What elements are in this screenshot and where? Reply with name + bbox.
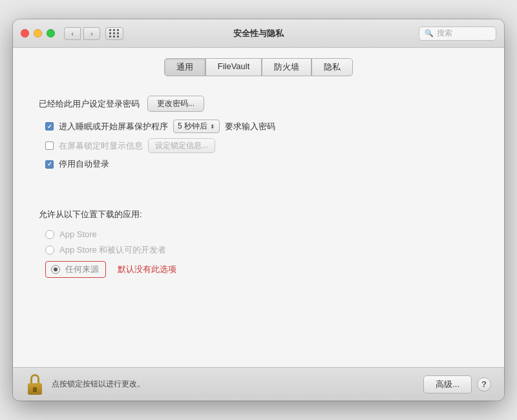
advanced-button[interactable]: 高级... — [423, 375, 472, 394]
dropdown-arrow-icon: ⬍ — [210, 123, 215, 130]
lock-info-checkbox-row: 在屏幕锁定时显示信息 设定锁定信息... — [45, 138, 478, 153]
radio-anywhere-label: 任何来源 — [65, 264, 99, 275]
password-label: 已经给此用户设定登录密码 — [39, 98, 140, 110]
lock-text: 点按锁定按钮以进行更改。 — [52, 379, 416, 390]
lock-info-checkbox[interactable] — [45, 142, 54, 150]
change-password-button[interactable]: 更改密码... — [147, 96, 204, 112]
tabs-container: 通用 FileVault 防火墙 隐私 — [13, 48, 504, 83]
bottom-bar: 点按锁定按钮以进行更改。 高级... ? — [13, 367, 504, 401]
radio-app-store[interactable] — [45, 230, 54, 239]
maximize-button[interactable] — [47, 29, 55, 37]
anywhere-notice: 默认没有此选项 — [118, 264, 176, 275]
lock-info-label: 在屏幕锁定时显示信息 — [59, 140, 143, 152]
minimize-button[interactable] — [34, 29, 42, 37]
lock-body — [28, 383, 42, 395]
tab-firewall[interactable]: 防火墙 — [262, 58, 311, 76]
lock-shackle — [30, 374, 39, 383]
bottom-buttons: 高级... ? — [423, 375, 491, 394]
set-lock-button[interactable]: 设定锁定信息... — [148, 138, 215, 153]
traffic-lights — [21, 29, 55, 37]
sleep-label-before: 进入睡眠或开始屏幕保护程序 — [59, 121, 168, 132]
radio-app-store-label: App Store — [59, 229, 97, 239]
auto-login-checkbox[interactable] — [45, 160, 54, 169]
radio-app-store-dev[interactable] — [45, 246, 54, 255]
auto-login-label: 停用自动登录 — [59, 158, 109, 170]
grid-icon — [109, 29, 120, 37]
tab-general[interactable]: 通用 — [164, 58, 206, 76]
password-section: 已经给此用户设定登录密码 更改密码... 进入睡眠或开始屏幕保护程序 5 秒钟后… — [39, 96, 478, 170]
radio-app-store-dev-label: App Store 和被认可的开发者 — [59, 244, 166, 256]
sleep-checkbox[interactable] — [45, 122, 54, 131]
auto-login-checkbox-row: 停用自动登录 — [45, 158, 478, 170]
sleep-checkbox-row: 进入睡眠或开始屏幕保护程序 5 秒钟后 ⬍ 要求输入密码 — [45, 120, 478, 133]
tab-privacy[interactable]: 隐私 — [311, 58, 353, 76]
search-placeholder: 搜索 — [437, 28, 452, 39]
radio-option-app-store-dev: App Store 和被认可的开发者 — [45, 244, 478, 256]
help-button[interactable]: ? — [477, 377, 491, 392]
downloads-title: 允许从以下位置下载的应用: — [39, 209, 478, 220]
back-button[interactable]: ‹ — [64, 27, 81, 40]
main-window: ‹ › 安全性与隐私 🔍 搜索 通用 FileVault 防火墙 隐私 已经给此… — [13, 19, 504, 401]
search-box[interactable]: 🔍 搜索 — [419, 26, 496, 41]
radio-option-anywhere: 任何来源 默认没有此选项 — [45, 261, 478, 278]
grid-button[interactable] — [105, 27, 123, 40]
forward-button[interactable]: › — [83, 27, 100, 40]
lock-keyhole — [33, 387, 37, 392]
search-icon: 🔍 — [425, 29, 434, 37]
radio-anywhere[interactable] — [51, 265, 60, 274]
downloads-section: 允许从以下位置下载的应用: App Store App Store 和被认可的开… — [39, 209, 478, 278]
sleep-duration-value: 5 秒钟后 — [178, 121, 207, 132]
close-button[interactable] — [21, 29, 29, 37]
anywhere-highlight-box: 任何来源 — [45, 261, 106, 278]
sleep-duration-dropdown[interactable]: 5 秒钟后 ⬍ — [173, 120, 220, 133]
radio-option-app-store: App Store — [45, 229, 478, 239]
content-area: 已经给此用户设定登录密码 更改密码... 进入睡眠或开始屏幕保护程序 5 秒钟后… — [13, 83, 504, 367]
tab-filevault[interactable]: FileVault — [206, 58, 262, 76]
password-row: 已经给此用户设定登录密码 更改密码... — [39, 96, 478, 112]
lock-icon — [26, 374, 44, 395]
nav-buttons: ‹ › — [64, 27, 100, 40]
divider — [39, 189, 478, 202]
titlebar: ‹ › 安全性与隐私 🔍 搜索 — [13, 19, 504, 48]
sleep-label-after: 要求输入密码 — [225, 121, 275, 132]
window-title: 安全性与隐私 — [233, 28, 284, 39]
